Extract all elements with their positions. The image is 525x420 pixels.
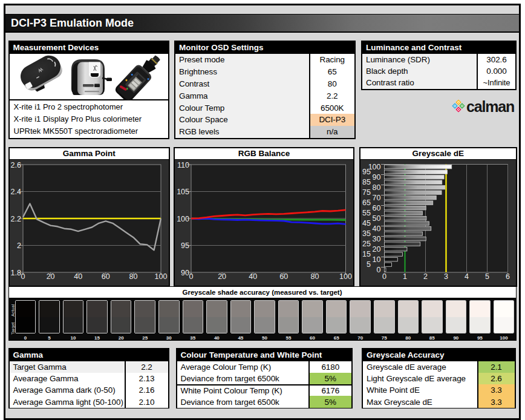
svg-text:10: 10 — [372, 255, 380, 264]
svg-text:75: 75 — [362, 188, 371, 197]
svg-text:60: 60 — [372, 204, 380, 212]
svg-text:1.8: 1.8 — [10, 269, 21, 277]
svg-text:2.4: 2.4 — [10, 188, 21, 196]
svg-text:30: 30 — [372, 235, 380, 243]
svg-text:5: 5 — [485, 272, 489, 281]
svg-text:80: 80 — [310, 272, 319, 281]
svg-text:15: 15 — [362, 250, 371, 258]
svg-text:85: 85 — [362, 178, 371, 186]
svg-text:80: 80 — [129, 272, 137, 281]
svg-text:6: 6 — [506, 272, 510, 281]
svg-text:65: 65 — [362, 199, 371, 207]
svg-text:2: 2 — [17, 241, 21, 250]
svg-text:4: 4 — [465, 272, 469, 281]
svg-text:2: 2 — [423, 272, 428, 281]
svg-text:80: 80 — [372, 183, 380, 192]
svg-text:1: 1 — [403, 272, 407, 281]
svg-text:90: 90 — [372, 173, 380, 182]
svg-text:55: 55 — [362, 209, 371, 217]
svg-text:2.2: 2.2 — [10, 215, 21, 223]
svg-text:40: 40 — [74, 272, 82, 281]
svg-text:0: 0 — [189, 272, 194, 281]
svg-text:25: 25 — [362, 240, 371, 248]
svg-text:5: 5 — [367, 260, 371, 269]
svg-text:40: 40 — [249, 272, 257, 281]
svg-text:50: 50 — [372, 214, 380, 223]
svg-text:60: 60 — [279, 272, 288, 281]
svg-text:60: 60 — [101, 272, 109, 281]
svg-text:95: 95 — [362, 168, 371, 176]
svg-text:2.6: 2.6 — [10, 161, 21, 169]
svg-text:0: 0 — [382, 272, 386, 281]
svg-text:40: 40 — [372, 225, 380, 233]
svg-text:20: 20 — [46, 272, 54, 281]
svg-text:0: 0 — [376, 266, 380, 274]
svg-text:35: 35 — [362, 229, 371, 238]
svg-text:70: 70 — [372, 194, 380, 202]
svg-text:100: 100 — [339, 272, 352, 281]
svg-text:90: 90 — [181, 269, 189, 277]
svg-text:95: 95 — [181, 241, 189, 250]
svg-text:100: 100 — [177, 215, 189, 223]
svg-text:45: 45 — [362, 219, 371, 228]
svg-text:110: 110 — [177, 161, 189, 169]
svg-text:3: 3 — [444, 272, 448, 281]
svg-text:100: 100 — [154, 272, 167, 281]
svg-text:20: 20 — [372, 245, 380, 254]
svg-text:0: 0 — [21, 272, 25, 281]
svg-text:105: 105 — [177, 188, 189, 196]
svg-text:20: 20 — [218, 272, 226, 281]
